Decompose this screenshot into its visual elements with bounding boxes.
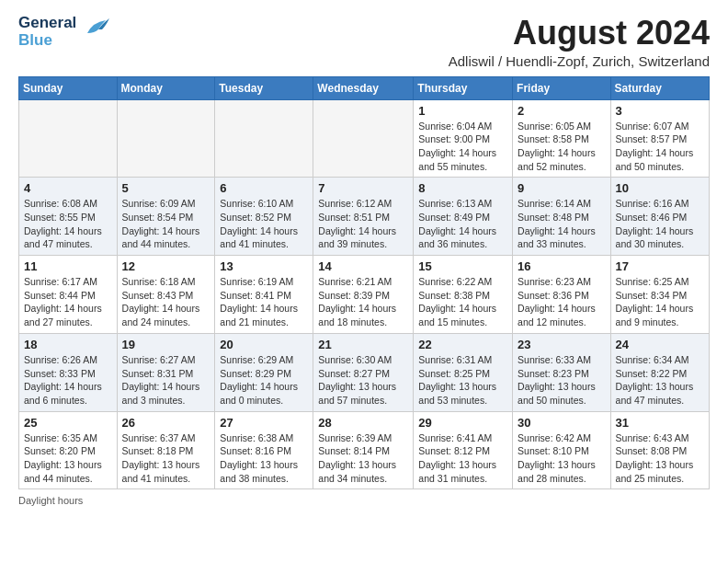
table-row: 20Sunrise: 6:29 AM Sunset: 8:29 PM Dayli… (215, 333, 313, 411)
day-info: Sunrise: 6:04 AM Sunset: 9:00 PM Dayligh… (418, 120, 507, 174)
day-info: Sunrise: 6:43 AM Sunset: 8:08 PM Dayligh… (616, 431, 704, 486)
table-row: 25Sunrise: 6:35 AM Sunset: 8:20 PM Dayli… (19, 411, 118, 489)
day-info: Sunrise: 6:18 AM Sunset: 8:43 PM Dayligh… (122, 275, 210, 329)
day-info: Sunrise: 6:05 AM Sunset: 8:58 PM Dayligh… (518, 120, 606, 174)
table-row: 28Sunrise: 6:39 AM Sunset: 8:14 PM Dayli… (313, 411, 414, 489)
table-row: 5Sunrise: 6:09 AM Sunset: 8:54 PM Daylig… (117, 178, 215, 256)
day-number: 24 (616, 338, 704, 351)
table-row: 16Sunrise: 6:23 AM Sunset: 8:36 PM Dayli… (513, 256, 611, 334)
table-row: 8Sunrise: 6:13 AM Sunset: 8:49 PM Daylig… (414, 178, 513, 256)
header-tuesday: Tuesday (215, 76, 313, 99)
day-info: Sunrise: 6:38 AM Sunset: 8:16 PM Dayligh… (220, 431, 308, 486)
table-row: 21Sunrise: 6:30 AM Sunset: 8:27 PM Dayli… (313, 333, 414, 411)
table-row: 11Sunrise: 6:17 AM Sunset: 8:44 PM Dayli… (19, 256, 118, 334)
table-row: 10Sunrise: 6:16 AM Sunset: 8:46 PM Dayli… (610, 178, 709, 256)
day-info: Sunrise: 6:10 AM Sunset: 8:52 PM Dayligh… (220, 197, 308, 251)
title-section: August 2024 Adliswil / Huendli-Zopf, Zur… (449, 15, 710, 69)
table-row: 1Sunrise: 6:04 AM Sunset: 9:00 PM Daylig… (414, 99, 513, 178)
day-info: Sunrise: 6:35 AM Sunset: 8:20 PM Dayligh… (24, 431, 112, 486)
table-row: 31Sunrise: 6:43 AM Sunset: 8:08 PM Dayli… (610, 411, 709, 489)
day-number: 31 (616, 416, 704, 430)
table-row: 12Sunrise: 6:18 AM Sunset: 8:43 PM Dayli… (117, 256, 215, 334)
day-number: 2 (518, 104, 606, 118)
table-row: 9Sunrise: 6:14 AM Sunset: 8:48 PM Daylig… (513, 178, 611, 256)
logo-blue: Blue (18, 32, 76, 50)
calendar-row: 25Sunrise: 6:35 AM Sunset: 8:20 PM Dayli… (19, 411, 710, 489)
logo-bird-icon (80, 17, 109, 40)
footer: Daylight hours (18, 495, 710, 506)
calendar-row: 18Sunrise: 6:26 AM Sunset: 8:33 PM Dayli… (19, 333, 710, 411)
day-number: 19 (122, 338, 210, 351)
day-info: Sunrise: 6:37 AM Sunset: 8:18 PM Dayligh… (122, 431, 210, 486)
table-row: 18Sunrise: 6:26 AM Sunset: 8:33 PM Dayli… (19, 333, 118, 411)
day-number: 28 (318, 416, 408, 430)
calendar-row: 1Sunrise: 6:04 AM Sunset: 9:00 PM Daylig… (19, 99, 710, 178)
day-number: 11 (24, 259, 112, 273)
calendar-row: 11Sunrise: 6:17 AM Sunset: 8:44 PM Dayli… (19, 256, 710, 334)
day-info: Sunrise: 6:13 AM Sunset: 8:49 PM Dayligh… (418, 197, 507, 251)
day-number: 16 (518, 259, 606, 273)
table-row: 13Sunrise: 6:19 AM Sunset: 8:41 PM Dayli… (215, 256, 313, 334)
day-info: Sunrise: 6:17 AM Sunset: 8:44 PM Dayligh… (24, 275, 112, 329)
day-info: Sunrise: 6:34 AM Sunset: 8:22 PM Dayligh… (616, 353, 704, 408)
day-info: Sunrise: 6:14 AM Sunset: 8:48 PM Dayligh… (518, 197, 606, 251)
day-info: Sunrise: 6:31 AM Sunset: 8:25 PM Dayligh… (418, 353, 507, 408)
table-row: 30Sunrise: 6:42 AM Sunset: 8:10 PM Dayli… (513, 411, 611, 489)
table-row (117, 99, 215, 178)
calendar-row: 4Sunrise: 6:08 AM Sunset: 8:55 PM Daylig… (19, 178, 710, 256)
header-friday: Friday (513, 76, 611, 99)
table-row: 26Sunrise: 6:37 AM Sunset: 8:18 PM Dayli… (117, 411, 215, 489)
table-row: 14Sunrise: 6:21 AM Sunset: 8:39 PM Dayli… (313, 256, 414, 334)
header: General Blue August 2024 Adliswil / Huen… (18, 15, 710, 69)
header-sunday: Sunday (19, 76, 118, 99)
day-number: 30 (518, 416, 606, 430)
day-info: Sunrise: 6:16 AM Sunset: 8:46 PM Dayligh… (616, 197, 704, 251)
day-number: 15 (418, 259, 507, 273)
table-row: 15Sunrise: 6:22 AM Sunset: 8:38 PM Dayli… (414, 256, 513, 334)
day-number: 12 (122, 259, 210, 273)
day-number: 5 (122, 181, 210, 195)
day-number: 29 (418, 416, 507, 430)
logo: General Blue (18, 15, 109, 49)
table-row (215, 99, 313, 178)
table-row: 6Sunrise: 6:10 AM Sunset: 8:52 PM Daylig… (215, 178, 313, 256)
day-info: Sunrise: 6:41 AM Sunset: 8:12 PM Dayligh… (418, 431, 507, 486)
table-row: 2Sunrise: 6:05 AM Sunset: 8:58 PM Daylig… (513, 99, 611, 178)
day-number: 22 (418, 338, 507, 351)
day-info: Sunrise: 6:22 AM Sunset: 8:38 PM Dayligh… (418, 275, 507, 329)
table-row: 17Sunrise: 6:25 AM Sunset: 8:34 PM Dayli… (610, 256, 709, 334)
day-number: 9 (518, 181, 606, 195)
calendar-header-row: Sunday Monday Tuesday Wednesday Thursday… (19, 76, 710, 99)
day-number: 23 (518, 338, 606, 351)
day-number: 26 (122, 416, 210, 430)
day-number: 1 (418, 104, 507, 118)
day-info: Sunrise: 6:27 AM Sunset: 8:31 PM Dayligh… (122, 353, 210, 408)
day-number: 4 (24, 181, 112, 195)
table-row: 4Sunrise: 6:08 AM Sunset: 8:55 PM Daylig… (19, 178, 118, 256)
day-number: 18 (24, 338, 112, 351)
day-info: Sunrise: 6:09 AM Sunset: 8:54 PM Dayligh… (122, 197, 210, 251)
table-row: 7Sunrise: 6:12 AM Sunset: 8:51 PM Daylig… (313, 178, 414, 256)
table-row: 24Sunrise: 6:34 AM Sunset: 8:22 PM Dayli… (610, 333, 709, 411)
header-thursday: Thursday (414, 76, 513, 99)
day-info: Sunrise: 6:30 AM Sunset: 8:27 PM Dayligh… (318, 353, 408, 408)
day-number: 25 (24, 416, 112, 430)
day-info: Sunrise: 6:12 AM Sunset: 8:51 PM Dayligh… (318, 197, 408, 251)
daylight-label: Daylight hours (18, 495, 83, 506)
calendar-table: Sunday Monday Tuesday Wednesday Thursday… (18, 76, 710, 490)
table-row: 27Sunrise: 6:38 AM Sunset: 8:16 PM Dayli… (215, 411, 313, 489)
day-info: Sunrise: 6:25 AM Sunset: 8:34 PM Dayligh… (616, 275, 704, 329)
day-info: Sunrise: 6:29 AM Sunset: 8:29 PM Dayligh… (220, 353, 308, 408)
table-row (19, 99, 118, 178)
table-row: 19Sunrise: 6:27 AM Sunset: 8:31 PM Dayli… (117, 333, 215, 411)
day-number: 6 (220, 181, 308, 195)
day-number: 20 (220, 338, 308, 351)
day-info: Sunrise: 6:19 AM Sunset: 8:41 PM Dayligh… (220, 275, 308, 329)
page: General Blue August 2024 Adliswil / Huen… (0, 0, 728, 515)
header-wednesday: Wednesday (313, 76, 414, 99)
day-number: 8 (418, 181, 507, 195)
table-row (313, 99, 414, 178)
day-number: 3 (616, 104, 704, 118)
day-number: 17 (616, 259, 704, 273)
day-info: Sunrise: 6:08 AM Sunset: 8:55 PM Dayligh… (24, 197, 112, 251)
